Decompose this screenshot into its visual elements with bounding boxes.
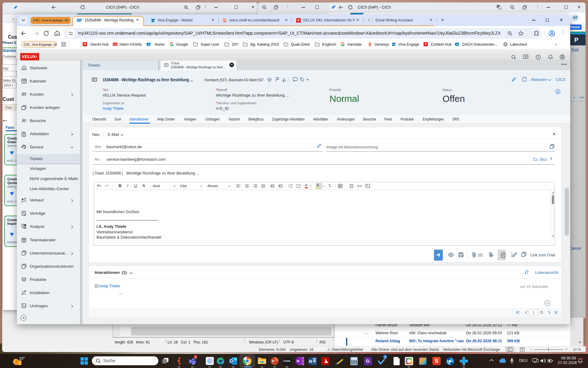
svg-text:s: s (148, 43, 149, 46)
svg-text:A: A (499, 7, 501, 10)
svg-text:SAP: SAP (77, 19, 81, 21)
svg-text:s: s (456, 43, 458, 46)
svg-text:2: 2 (288, 185, 289, 187)
svg-text:M: M (309, 359, 312, 364)
svg-text:N: N (297, 359, 300, 363)
svg-text:T: T (190, 360, 192, 363)
svg-text:P: P (272, 359, 274, 363)
svg-text:14: 14 (23, 81, 25, 83)
svg-text:?: ? (511, 252, 512, 255)
